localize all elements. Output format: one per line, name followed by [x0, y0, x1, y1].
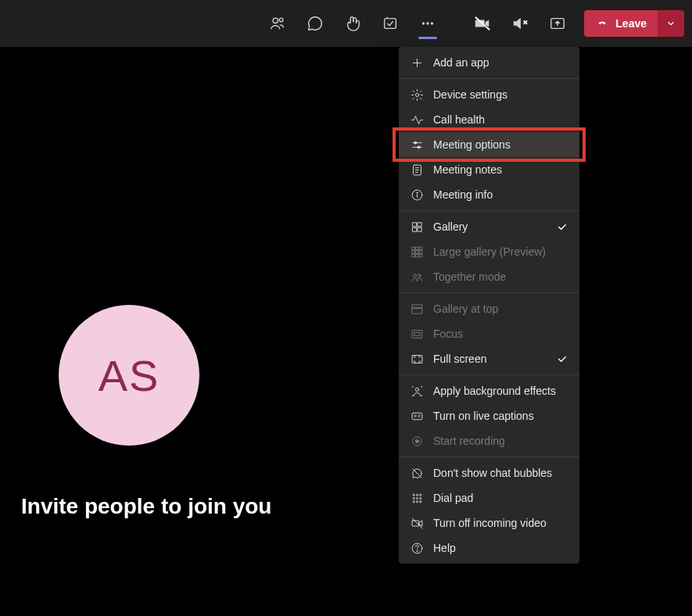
- menu-item-label: Gallery at top: [433, 303, 498, 315]
- video-off-icon: [410, 516, 424, 530]
- menu-item-label: Focus: [433, 328, 463, 340]
- camera-off-button[interactable]: [464, 0, 501, 47]
- menu-item-label: Meeting info: [433, 188, 493, 201]
- svg-rect-36: [419, 254, 422, 257]
- svg-rect-41: [412, 330, 422, 338]
- svg-rect-42: [414, 332, 419, 335]
- svg-rect-31: [412, 250, 415, 253]
- menu-item-label: Meeting notes: [433, 163, 502, 176]
- leave-button[interactable]: Leave: [584, 10, 658, 37]
- meeting-toolbar: Leave: [0, 0, 692, 47]
- svg-point-14: [414, 141, 416, 144]
- mic-off-button[interactable]: [501, 0, 539, 47]
- svg-point-58: [419, 497, 421, 499]
- share-button[interactable]: [539, 0, 576, 47]
- chat-button[interactable]: [296, 0, 334, 47]
- notes-icon: [410, 163, 424, 177]
- menu-item-label: Add an app: [433, 56, 489, 69]
- svg-rect-27: [418, 227, 421, 231]
- menu-item-add-app[interactable]: Add an app: [399, 50, 579, 75]
- info-icon: [410, 188, 424, 202]
- menu-item-gallery[interactable]: Gallery: [399, 214, 579, 239]
- menu-item-bg-effects[interactable]: Apply background effects: [399, 378, 579, 403]
- rooms-button[interactable]: [371, 0, 409, 47]
- menu-item-meeting-notes[interactable]: Meeting notes: [399, 157, 579, 182]
- svg-marker-63: [419, 520, 422, 525]
- svg-rect-28: [412, 247, 415, 250]
- menu-item-call-health[interactable]: Call health: [399, 107, 579, 132]
- menu-item-live-captions[interactable]: Turn on live captions: [399, 403, 579, 428]
- svg-rect-39: [412, 304, 422, 307]
- svg-rect-49: [412, 413, 422, 420]
- menu-item-start-recording: Start recording: [399, 428, 579, 453]
- avatar-initials: AS: [99, 350, 160, 401]
- gear-icon: [410, 88, 424, 102]
- svg-rect-2: [385, 19, 396, 29]
- menu-item-meeting-options[interactable]: Meeting options: [399, 132, 579, 157]
- svg-point-5: [431, 22, 433, 24]
- svg-point-37: [413, 274, 416, 277]
- svg-rect-32: [415, 250, 418, 253]
- menu-item-label: Help: [433, 542, 456, 554]
- menu-item-incoming-video-off[interactable]: Turn off incoming video: [399, 510, 579, 535]
- people-button[interactable]: [259, 0, 296, 47]
- svg-rect-33: [419, 250, 422, 253]
- svg-point-61: [419, 500, 421, 502]
- svg-rect-24: [412, 222, 416, 226]
- svg-point-38: [418, 274, 421, 277]
- reactions-button[interactable]: [334, 0, 371, 47]
- participant-avatar: AS: [59, 305, 199, 446]
- gallery-top-icon: [410, 302, 424, 316]
- menu-item-label: Start recording: [433, 435, 505, 447]
- svg-point-59: [413, 500, 414, 502]
- person-bg-icon: [410, 384, 424, 398]
- invite-message: Invite people to join you: [21, 494, 271, 519]
- help-icon: [410, 541, 424, 555]
- cc-icon: [410, 409, 424, 423]
- menu-item-device-settings[interactable]: Device settings: [399, 82, 579, 107]
- menu-item-large-gallery: Large gallery (Preview): [399, 239, 579, 264]
- svg-point-56: [413, 497, 414, 499]
- menu-item-label: Together mode: [433, 270, 506, 283]
- svg-line-64: [412, 518, 422, 528]
- dialpad-icon: [410, 491, 424, 505]
- meeting-stage: AS Invite people to join you Add an appD…: [0, 47, 692, 616]
- record-icon: [410, 434, 424, 448]
- leave-label: Leave: [615, 17, 647, 30]
- menu-item-focus: Focus: [399, 321, 579, 346]
- check-icon: [556, 220, 568, 233]
- menu-item-label: Dial pad: [433, 492, 473, 504]
- menu-item-help[interactable]: Help: [399, 535, 579, 560]
- fullscreen-icon: [410, 352, 424, 366]
- svg-point-12: [415, 93, 418, 96]
- menu-item-full-screen[interactable]: Full screen: [399, 346, 579, 371]
- grid2-icon: [410, 220, 424, 234]
- svg-rect-29: [415, 247, 418, 250]
- svg-rect-43: [412, 355, 422, 363]
- svg-rect-35: [415, 254, 418, 257]
- svg-point-16: [418, 145, 420, 148]
- together-icon: [410, 270, 424, 284]
- menu-item-dial-pad[interactable]: Dial pad: [399, 485, 579, 510]
- svg-point-1: [280, 18, 284, 22]
- more-actions-button[interactable]: [409, 0, 446, 47]
- menu-item-label: Turn off incoming video: [433, 517, 547, 529]
- menu-item-gallery-top: Gallery at top: [399, 296, 579, 321]
- focus-icon: [410, 327, 424, 341]
- menu-item-label: Gallery: [433, 220, 468, 233]
- menu-item-chat-bubbles[interactable]: Don't show chat bubbles: [399, 460, 579, 485]
- menu-item-meeting-info[interactable]: Meeting info: [399, 182, 579, 207]
- menu-item-label: Large gallery (Preview): [433, 245, 546, 258]
- svg-rect-25: [418, 222, 421, 226]
- menu-item-label: Call health: [433, 113, 485, 126]
- svg-rect-30: [419, 247, 422, 250]
- check-icon: [556, 353, 568, 365]
- menu-item-label: Don't show chat bubbles: [433, 467, 552, 479]
- menu-item-together-mode: Together mode: [399, 264, 579, 289]
- svg-point-66: [416, 550, 417, 551]
- menu-item-label: Turn on live captions: [433, 410, 534, 422]
- leave-more-button[interactable]: [658, 10, 684, 37]
- svg-point-57: [416, 497, 418, 499]
- menu-item-label: Device settings: [433, 88, 507, 101]
- svg-point-60: [416, 500, 418, 502]
